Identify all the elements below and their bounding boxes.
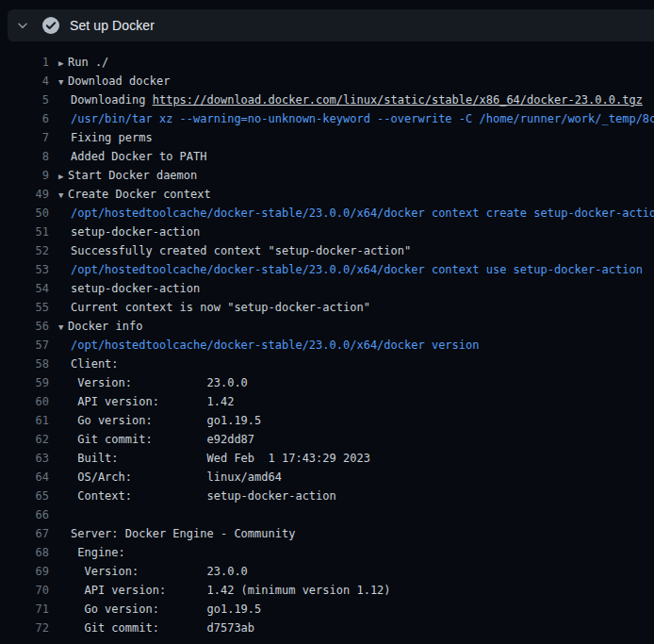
- log-text: setup-docker-action: [58, 279, 200, 298]
- log-text: API version: 1.42 (minimum version 1.12): [58, 581, 391, 600]
- line-number[interactable]: 7: [0, 128, 49, 147]
- line-number[interactable]: 60: [0, 392, 49, 411]
- check-circle-icon: [41, 16, 60, 35]
- step-title: Set up Docker: [70, 18, 155, 33]
- line-number[interactable]: 67: [0, 524, 49, 543]
- command-text: /opt/hostedtoolcache/docker-stable/23.0.…: [58, 204, 654, 223]
- log-line: 52Successfully created context "setup-do…: [0, 241, 654, 260]
- line-number[interactable]: 52: [0, 241, 49, 260]
- log-line: 6/usr/bin/tar xz --warning=no-unknown-ke…: [0, 109, 654, 128]
- log-line: 7Fixing perms: [0, 128, 654, 147]
- log-line: 66: [0, 505, 654, 524]
- log-line: 69 Version: 23.0.0: [0, 562, 654, 581]
- line-number[interactable]: 71: [0, 600, 49, 619]
- log-line[interactable]: 4▼Download docker: [0, 72, 654, 91]
- log-line: 55Current context is now "setup-docker-a…: [0, 298, 654, 317]
- log-text: Built: Wed Feb 1 17:43:29 2023: [58, 449, 370, 468]
- log-line: 64 OS/Arch: linux/amd64: [0, 468, 654, 487]
- log-text: Git commit: e92dd87: [58, 430, 254, 449]
- log-lines: 1▶Run ./4▼Download docker5Downloading ht…: [0, 53, 654, 637]
- line-number[interactable]: 9: [0, 166, 49, 185]
- line-number[interactable]: 5: [0, 91, 49, 109]
- line-number[interactable]: 68: [0, 543, 49, 562]
- log-line: 5Downloading https://download.docker.com…: [0, 91, 654, 109]
- line-number[interactable]: 4: [0, 72, 49, 91]
- log-text: Context: setup-docker-action: [58, 487, 336, 505]
- line-number[interactable]: 59: [0, 373, 49, 392]
- line-number[interactable]: 50: [0, 204, 49, 223]
- line-number[interactable]: 51: [0, 223, 49, 241]
- log-line: 65 Context: setup-docker-action: [0, 487, 654, 505]
- log-text: Server: Docker Engine - Community: [58, 524, 295, 543]
- log-line: 71 Go version: go1.19.5: [0, 600, 654, 619]
- group-header: ▼Create Docker context: [58, 185, 211, 204]
- line-number[interactable]: 6: [0, 109, 49, 128]
- line-number[interactable]: 63: [0, 449, 49, 468]
- log-line: 50/opt/hostedtoolcache/docker-stable/23.…: [0, 204, 654, 223]
- group-header: ▼Docker info: [58, 317, 142, 336]
- group-header: ▶Start Docker daemon: [58, 166, 197, 185]
- log-line: 60 API version: 1.42: [0, 392, 654, 411]
- log-text: Client:: [58, 355, 119, 373]
- log-text: Added Docker to PATH: [58, 147, 207, 166]
- log-text: Current context is now "setup-docker-act…: [58, 298, 370, 317]
- log-text: Version: 23.0.0: [58, 562, 248, 581]
- group-collapsed-icon[interactable]: ▶: [58, 54, 68, 73]
- command-text: /opt/hostedtoolcache/docker-stable/23.0.…: [58, 336, 479, 355]
- log-text: Git commit: d7573ab: [58, 619, 254, 637]
- line-number[interactable]: 57: [0, 336, 49, 355]
- line-number[interactable]: 1: [0, 53, 49, 72]
- step-header[interactable]: Set up Docker: [8, 9, 654, 41]
- group-collapsed-icon[interactable]: ▶: [58, 167, 68, 186]
- line-number[interactable]: 56: [0, 317, 49, 336]
- group-header: ▶Run ./: [58, 53, 108, 72]
- line-number[interactable]: 55: [0, 298, 49, 317]
- log-line[interactable]: 1▶Run ./: [0, 53, 654, 72]
- line-number[interactable]: 64: [0, 468, 49, 487]
- log-line: 57/opt/hostedtoolcache/docker-stable/23.…: [0, 336, 654, 355]
- log-text-prefix: Downloading: [71, 93, 153, 107]
- group-title: Start Docker daemon: [68, 169, 197, 182]
- group-expanded-icon[interactable]: ▼: [58, 318, 68, 337]
- line-number[interactable]: 61: [0, 411, 49, 430]
- log-line[interactable]: 56▼Docker info: [0, 317, 654, 336]
- log-text: Go version: go1.19.5: [58, 411, 261, 430]
- log-text: Downloading https://download.docker.com/…: [58, 91, 643, 109]
- group-expanded-icon[interactable]: ▼: [58, 186, 68, 205]
- line-number[interactable]: 53: [0, 260, 49, 279]
- log-line[interactable]: 9▶Start Docker daemon: [0, 166, 654, 185]
- log-text: OS/Arch: linux/amd64: [58, 468, 282, 487]
- log-line[interactable]: 49▼Create Docker context: [0, 185, 654, 204]
- log-text: Engine:: [58, 543, 125, 562]
- command-text: /opt/hostedtoolcache/docker-stable/23.0.…: [58, 260, 643, 279]
- log-text: setup-docker-action: [58, 223, 200, 241]
- line-number[interactable]: 8: [0, 147, 49, 166]
- group-title: Run ./: [68, 56, 108, 69]
- line-number[interactable]: 65: [0, 487, 49, 505]
- line-number[interactable]: 66: [0, 505, 49, 524]
- line-number[interactable]: 54: [0, 279, 49, 298]
- download-url-link[interactable]: https://download.docker.com/linux/static…: [153, 93, 643, 107]
- chevron-down-icon[interactable]: [17, 20, 28, 31]
- group-title: Download docker: [68, 74, 170, 88]
- actions-log-viewer: Set up Docker 1▶Run ./4▼Download docker5…: [0, 0, 654, 644]
- log-line: 59 Version: 23.0.0: [0, 373, 654, 392]
- group-title: Docker info: [68, 320, 142, 333]
- log-line: 51setup-docker-action: [0, 223, 654, 241]
- line-number[interactable]: 58: [0, 355, 49, 373]
- line-number[interactable]: 70: [0, 581, 49, 600]
- line-number[interactable]: 49: [0, 185, 49, 204]
- group-header: ▼Download docker: [58, 72, 170, 91]
- line-number[interactable]: 69: [0, 562, 49, 581]
- log-line: 58Client:: [0, 355, 654, 373]
- group-expanded-icon[interactable]: ▼: [58, 73, 68, 91]
- log-text: [58, 505, 71, 524]
- log-line: 67Server: Docker Engine - Community: [0, 524, 654, 543]
- log-text: API version: 1.42: [58, 392, 234, 411]
- log-line: 54setup-docker-action: [0, 279, 654, 298]
- log-line: 70 API version: 1.42 (minimum version 1.…: [0, 581, 654, 600]
- log-line: 63 Built: Wed Feb 1 17:43:29 2023: [0, 449, 654, 468]
- line-number[interactable]: 72: [0, 619, 49, 637]
- log-text: Version: 23.0.0: [58, 373, 248, 392]
- line-number[interactable]: 62: [0, 430, 49, 449]
